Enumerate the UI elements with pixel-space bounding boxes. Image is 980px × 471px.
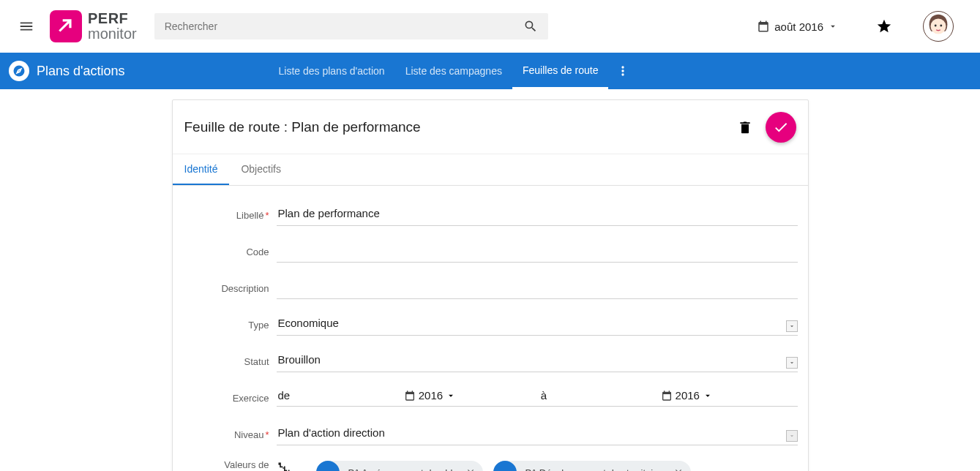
hierarchy-picker-button[interactable] bbox=[277, 461, 294, 471]
chevron-down-icon bbox=[788, 323, 796, 330]
input-description[interactable] bbox=[277, 279, 798, 297]
dropdown-statut-handle[interactable] bbox=[786, 357, 798, 369]
close-icon bbox=[465, 467, 476, 471]
dropdown-type-handle[interactable] bbox=[786, 320, 798, 332]
logo-line2: monitor bbox=[88, 26, 137, 42]
label-type: Type bbox=[173, 320, 277, 331]
chip-avatar bbox=[316, 461, 340, 471]
calendar-icon bbox=[404, 390, 416, 402]
chip-remove[interactable] bbox=[673, 467, 684, 471]
label-niveau: Niveau* bbox=[173, 429, 277, 440]
dropdown-icon bbox=[828, 21, 838, 31]
save-button[interactable] bbox=[766, 112, 796, 143]
exercice-to-word: à bbox=[541, 389, 547, 402]
app-logo-badge bbox=[50, 10, 82, 42]
chevron-down-icon bbox=[788, 359, 796, 366]
input-libelle[interactable] bbox=[277, 206, 798, 224]
favorite-button[interactable] bbox=[876, 18, 892, 34]
avatar-icon bbox=[924, 11, 953, 42]
nav-tab-roadmaps[interactable]: Feuilles de route bbox=[512, 53, 609, 89]
arrow-icon bbox=[56, 17, 75, 36]
search-box[interactable] bbox=[154, 13, 548, 39]
select-niveau[interactable]: Plan d'action direction bbox=[277, 425, 798, 443]
chip-pa-amenagement[interactable]: PA Aménagement durable bbox=[316, 461, 483, 471]
label-exercice: Exercice bbox=[173, 393, 277, 404]
svg-point-3 bbox=[940, 25, 942, 27]
logo-line1: PERF bbox=[88, 11, 137, 26]
svg-point-1 bbox=[931, 19, 946, 34]
calendar-icon bbox=[661, 390, 673, 402]
chip-avatar bbox=[493, 461, 517, 471]
exercice-from-word: de bbox=[278, 389, 291, 402]
app-logo-text: PERF monitor bbox=[88, 11, 137, 42]
period-picker[interactable]: août 2016 bbox=[757, 20, 838, 33]
module-icon bbox=[9, 61, 29, 81]
compass-icon bbox=[12, 64, 26, 78]
label-description: Description bbox=[173, 283, 277, 294]
tab-identite[interactable]: Identité bbox=[173, 154, 230, 185]
label-code: Code bbox=[173, 246, 277, 257]
star-icon bbox=[876, 18, 892, 34]
roadmap-form-card: Feuille de route : Plan de performance I… bbox=[172, 99, 809, 471]
dropdown-icon bbox=[703, 391, 713, 401]
chip-label: PA Développement des territoires bbox=[525, 467, 667, 472]
input-code[interactable] bbox=[277, 242, 798, 260]
calendar-icon bbox=[757, 20, 770, 33]
exercice-to-picker[interactable]: 2016 bbox=[661, 389, 713, 402]
dropdown-niveau-handle bbox=[786, 430, 798, 442]
label-libelle: Libellé* bbox=[173, 210, 277, 221]
svg-point-4 bbox=[14, 66, 25, 77]
chevron-down-icon bbox=[788, 432, 796, 440]
nav-tab-plans-list[interactable]: Liste des plans d'action bbox=[269, 53, 395, 89]
search-input[interactable] bbox=[165, 20, 523, 32]
svg-point-2 bbox=[935, 25, 937, 27]
hamburger-icon bbox=[18, 18, 34, 34]
check-icon bbox=[773, 119, 789, 135]
dropdown-icon bbox=[446, 391, 456, 401]
nav-more-button[interactable] bbox=[608, 53, 637, 89]
exercice-from-picker[interactable]: 2016 bbox=[404, 389, 456, 402]
delete-button[interactable] bbox=[730, 119, 760, 135]
period-label: août 2016 bbox=[774, 20, 823, 33]
chip-pa-developpement[interactable]: PA Développement des territoires bbox=[493, 461, 692, 471]
label-statut: Statut bbox=[173, 356, 277, 367]
trash-icon bbox=[738, 119, 752, 135]
select-statut[interactable]: Brouillon bbox=[277, 352, 798, 370]
chip-remove[interactable] bbox=[465, 467, 476, 471]
select-type[interactable]: Economique bbox=[277, 315, 798, 334]
close-icon bbox=[673, 467, 684, 471]
label-valeurs: Valeurs de* bbox=[173, 459, 277, 471]
menu-button[interactable] bbox=[12, 12, 41, 41]
chip-label: PA Aménagement durable bbox=[348, 467, 458, 472]
tab-objectifs[interactable]: Objectifs bbox=[229, 154, 292, 185]
search-icon bbox=[523, 19, 538, 34]
card-title: Feuille de route : Plan de performance bbox=[184, 119, 730, 135]
user-avatar[interactable] bbox=[923, 11, 954, 42]
module-title: Plans d'actions bbox=[37, 64, 125, 79]
nav-tab-campaigns[interactable]: Liste des campagnes bbox=[395, 53, 512, 89]
tree-icon bbox=[277, 461, 291, 471]
more-vert-icon bbox=[616, 64, 630, 78]
